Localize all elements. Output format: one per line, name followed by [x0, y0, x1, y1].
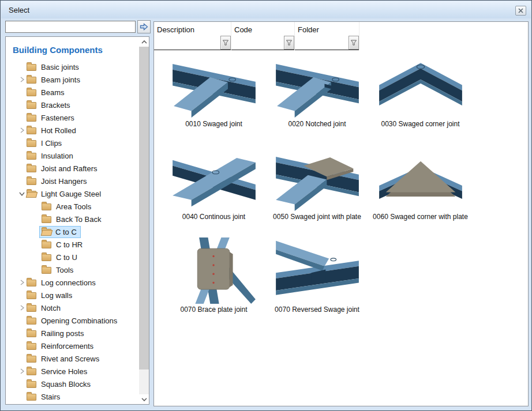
- chevron-down-icon[interactable]: [17, 189, 27, 198]
- search-input[interactable]: [5, 21, 136, 33]
- sidebar-item-label: Rivet and Screws: [41, 355, 99, 363]
- sidebar-item-label: Notch: [41, 304, 61, 312]
- component-item-continous-joint[interactable]: 0040 Continous joint: [162, 145, 265, 232]
- sidebar-item-stairs[interactable]: Stairs: [6, 390, 149, 403]
- sidebar-item-label: Log connections: [41, 278, 96, 287]
- component-item-reversed-swage-joint[interactable]: 0070 Reversed Swage joint: [265, 237, 369, 325]
- column-folder[interactable]: Folder: [295, 22, 359, 50]
- sidebar-item-basic-joints[interactable]: Basic joints: [6, 61, 149, 73]
- chevron-placeholder: [17, 392, 27, 401]
- sidebar-item-squash-blocks[interactable]: Squash Blocks: [6, 378, 149, 390]
- sidebar-item-log-connections[interactable]: Log connections: [6, 276, 149, 289]
- chevron-placeholder: [17, 329, 27, 338]
- sidebar-item-log-walls[interactable]: Log walls: [6, 289, 149, 301]
- component-label: 0070 Brace plate joint: [180, 306, 247, 314]
- component-item-swaged-joint[interactable]: 0010 Swaged joint: [162, 52, 265, 139]
- open-folder-icon: [27, 191, 36, 198]
- component-item-brace-plate-joint[interactable]: 0070 Brace plate joint: [162, 237, 265, 325]
- component-thumbnail: [171, 52, 257, 118]
- component-label: 0040 Continous joint: [182, 213, 245, 221]
- window-title: Select: [9, 6, 29, 14]
- sidebar-item-area-tools[interactable]: Area Tools: [6, 200, 149, 213]
- sidebar-item-c-to-c[interactable]: C to C: [6, 225, 149, 238]
- folder-icon: [27, 89, 36, 96]
- sidebar-item-c-to-hr[interactable]: C to HR: [6, 238, 149, 251]
- sidebar-item-c-to-u[interactable]: C to U: [6, 251, 149, 263]
- sidebar-item-rivet-and-screws[interactable]: Rivet and Screws: [6, 352, 149, 365]
- sidebar-item-label: Beam joints: [41, 76, 80, 84]
- component-item-notched-joint[interactable]: 0020 Notched joint: [265, 52, 369, 139]
- sidebar-item-light-gauge-steel[interactable]: Light Gauge Steel: [6, 187, 149, 200]
- chevron-right-icon[interactable]: [17, 75, 27, 84]
- folder-filter-button[interactable]: [349, 36, 359, 50]
- chevron-right-icon[interactable]: [17, 278, 27, 287]
- folder-filter-input[interactable]: [295, 36, 349, 50]
- sidebar-item-brackets[interactable]: Brackets: [6, 99, 149, 111]
- sidebar-item-label: Hot Rolled: [41, 126, 76, 135]
- component-grid: 0010 Swaged joint 0020 Notched joint: [154, 50, 483, 330]
- column-header-label: Description: [154, 22, 231, 34]
- code-filter-input[interactable]: [231, 36, 284, 50]
- sidebar-item-joist-hangers[interactable]: Joist Hangers: [6, 175, 149, 187]
- sidebar-item-label: Tools: [56, 266, 73, 274]
- column-code[interactable]: Code: [231, 22, 295, 50]
- description-filter-button[interactable]: [220, 36, 231, 50]
- search-go-button[interactable]: [137, 20, 151, 33]
- folder-icon: [27, 394, 36, 401]
- close-icon: [518, 8, 523, 13]
- folder-icon: [42, 203, 51, 210]
- column-description[interactable]: Description: [154, 22, 231, 50]
- chevron-right-icon[interactable]: [17, 126, 27, 135]
- sidebar-item-label: Brackets: [41, 101, 70, 110]
- component-item-swaged-joint-with-plate[interactable]: 0050 Swaged joint with plate: [265, 145, 369, 232]
- component-thumbnail: [274, 52, 361, 118]
- sidebar-item-label: Basic joints: [41, 63, 79, 71]
- folder-icon: [27, 305, 36, 312]
- sidebar-item-joist-and-rafters[interactable]: Joist and Rafters: [6, 162, 149, 175]
- folder-icon: [27, 165, 36, 172]
- component-item-swaged-corner-with-plate[interactable]: 0060 Swaged corner with plate: [369, 145, 472, 232]
- sidebar-item-beams[interactable]: Beams: [6, 86, 149, 99]
- sidebar-item-tools[interactable]: Tools: [6, 263, 149, 276]
- folder-icon: [42, 242, 51, 248]
- sidebar-item-insulation[interactable]: Insulation: [6, 149, 149, 162]
- chevron-up-icon: [141, 40, 147, 44]
- sidebar-item-label: Opening Combinations: [41, 316, 117, 325]
- arrow-right-icon: [140, 23, 148, 31]
- sidebar-item-service-holes[interactable]: Service Holes: [6, 365, 149, 378]
- sidebar-item-label: Beams: [41, 88, 64, 97]
- select-dialog: Select Building Components Basic joints …: [0, 0, 532, 411]
- chevron-right-icon[interactable]: [17, 303, 27, 312]
- tree-scrollbar[interactable]: [139, 37, 149, 404]
- description-filter-input[interactable]: [154, 36, 220, 50]
- component-label: 0030 Swaged corner joint: [381, 120, 459, 128]
- sidebar-item-label: Reinforcements: [41, 342, 93, 350]
- sidebar-item-label: Area Tools: [56, 202, 91, 211]
- sidebar-item-back-to-back[interactable]: Back To Back: [6, 213, 149, 225]
- folder-icon: [27, 178, 36, 185]
- sidebar-item-label: Service Holes: [41, 367, 87, 376]
- sidebar-item-railing-posts[interactable]: Railing posts: [6, 327, 149, 340]
- component-item-swaged-corner-joint[interactable]: 0030 Swaged corner joint: [369, 52, 472, 139]
- title-bar: Select: [1, 1, 531, 18]
- code-filter-button[interactable]: [284, 36, 294, 50]
- sidebar-item-label: C to C: [55, 228, 77, 236]
- scroll-down-button[interactable]: [139, 394, 149, 404]
- sidebar-item-hot-rolled[interactable]: Hot Rolled: [6, 124, 149, 137]
- sidebar-item-beam-joints[interactable]: Beam joints: [6, 73, 149, 86]
- folder-icon: [27, 153, 36, 160]
- column-headers: Description Code Folder: [154, 22, 359, 50]
- scroll-up-button[interactable]: [139, 37, 149, 47]
- chevron-right-icon[interactable]: [17, 367, 27, 376]
- component-label: 0060 Swaged corner with plate: [373, 213, 468, 221]
- folder-icon: [27, 292, 36, 299]
- sidebar-item-opening-combinations[interactable]: Opening Combinations: [6, 314, 149, 327]
- folder-icon: [27, 280, 36, 286]
- sidebar-item-notch[interactable]: Notch: [6, 301, 149, 314]
- sidebar-item-fasteners[interactable]: Fasteners: [6, 111, 149, 124]
- sidebar-item-i-clips[interactable]: I Clips: [6, 137, 149, 149]
- scrollbar-thumb[interactable]: [139, 47, 149, 369]
- sidebar-item-reinforcements[interactable]: Reinforcements: [6, 340, 149, 352]
- close-button[interactable]: [515, 6, 526, 16]
- folder-icon: [27, 381, 36, 388]
